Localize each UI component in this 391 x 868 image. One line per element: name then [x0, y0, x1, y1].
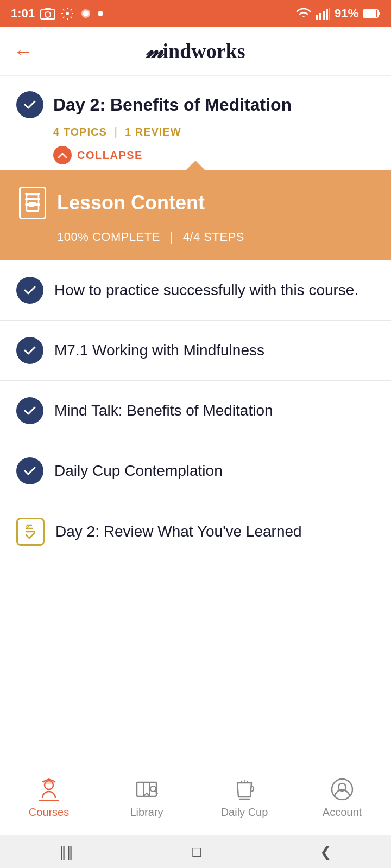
app-logo: 𝓂indworks — [146, 39, 245, 63]
day-complete-icon — [16, 91, 43, 118]
nav-courses[interactable]: Courses — [0, 777, 98, 819]
daily-cup-label: Daily Cup — [221, 806, 268, 819]
collapse-icon — [53, 146, 72, 164]
lesson-item-4[interactable]: Daily Cup Contemplation — [0, 441, 391, 501]
svg-rect-12 — [364, 10, 376, 17]
svg-point-23 — [42, 780, 55, 784]
svg-rect-9 — [326, 9, 328, 20]
status-bar: 1:01 91% — [0, 0, 391, 27]
svg-rect-7 — [319, 13, 321, 20]
item-1-text: How to practice successfully with this c… — [54, 279, 358, 301]
item-4-text: Daily Cup Contemplation — [54, 460, 223, 481]
lesson-banner: Lesson Content 100% COMPLETE | 4/4 STEPS — [0, 170, 391, 260]
day-header: Day 2: Benefits of Meditation 4 TOPICS |… — [0, 76, 391, 170]
review-icon: ✕ — [16, 518, 45, 546]
photo-icon — [40, 8, 55, 20]
battery-icon — [363, 9, 380, 18]
svg-point-3 — [66, 12, 69, 15]
lesson-item-3[interactable]: Mind Talk: Benefits of Meditation — [0, 381, 391, 441]
svg-rect-6 — [316, 15, 318, 20]
courses-label: Courses — [29, 806, 69, 819]
logo-m: 𝓂 — [146, 39, 162, 63]
svg-point-5 — [83, 11, 89, 16]
nav-library[interactable]: Library — [98, 777, 195, 819]
back-button[interactable]: ← — [14, 40, 33, 63]
day-title: Day 2: Benefits of Meditation — [53, 94, 292, 115]
main-content: Day 2: Benefits of Meditation 4 TOPICS |… — [0, 76, 391, 765]
daily-cup-icon — [230, 777, 258, 802]
svg-rect-25 — [137, 782, 156, 796]
day-title-row: Day 2: Benefits of Meditation — [16, 91, 375, 118]
item-5-text: Day 2: Review What You've Learned — [55, 521, 302, 542]
lesson-item-5[interactable]: ✕ Day 2: Review What You've Learned — [0, 501, 391, 562]
lesson-title: Lesson Content — [57, 192, 205, 214]
wifi-icon — [295, 8, 312, 20]
item-3-check — [16, 397, 43, 424]
lesson-progress: 100% COMPLETE | 4/4 STEPS — [19, 230, 372, 244]
svg-point-1 — [45, 12, 51, 17]
item-1-check — [16, 277, 43, 304]
svg-rect-13 — [379, 12, 380, 15]
lesson-item-2[interactable]: M7.1 Working with Mindfulness — [0, 321, 391, 381]
battery-text: 91% — [335, 7, 358, 21]
lesson-content-icon — [19, 187, 46, 219]
library-label: Library — [130, 806, 163, 819]
lesson-title-row: Lesson Content — [19, 187, 372, 219]
status-left: 1:01 — [11, 7, 103, 21]
item-2-check — [16, 337, 43, 364]
topics-count: 4 TOPICS — [53, 126, 107, 138]
meta-divider: | — [115, 126, 117, 138]
status-time: 1:01 — [11, 7, 35, 21]
svg-rect-8 — [323, 11, 325, 20]
svg-text:✕: ✕ — [25, 525, 29, 531]
settings-icon — [61, 7, 74, 20]
account-label: Account — [323, 806, 362, 819]
status-right: 91% — [295, 7, 380, 21]
android-back-btn[interactable]: ❮ — [320, 844, 332, 860]
library-icon — [133, 777, 161, 802]
lesson-item-1[interactable]: How to practice successfully with this c… — [0, 260, 391, 321]
notification-dot — [98, 11, 103, 16]
svg-rect-2 — [45, 8, 51, 10]
complete-text: 100% COMPLETE — [57, 230, 160, 244]
item-2-text: M7.1 Working with Mindfulness — [54, 340, 264, 361]
lesson-list: How to practice successfully with this c… — [0, 260, 391, 562]
steps-text: 4/4 STEPS — [183, 230, 244, 244]
svg-marker-26 — [143, 782, 150, 796]
android-menu-btn[interactable]: ‖‖ — [59, 844, 73, 860]
account-icon — [328, 777, 356, 802]
android-home-btn[interactable]: □ — [192, 844, 201, 860]
progress-divider: | — [170, 230, 173, 244]
item-4-check — [16, 457, 43, 484]
signal-icon — [316, 8, 330, 20]
nav-daily-cup[interactable]: Daily Cup — [195, 777, 293, 819]
android-nav: ‖‖ □ ❮ — [0, 835, 391, 868]
day-meta: 4 TOPICS | 1 REVIEW — [16, 126, 375, 138]
svg-rect-10 — [329, 8, 330, 20]
brightness-icon — [79, 7, 92, 20]
bottom-nav: Courses Library Daily Cup — [0, 765, 391, 835]
courses-icon — [35, 777, 63, 802]
collapse-label: COLLAPSE — [77, 149, 143, 162]
review-count: 1 REVIEW — [125, 126, 181, 138]
app-header: ← 𝓂indworks — [0, 27, 391, 76]
nav-account[interactable]: Account — [293, 777, 391, 819]
item-3-text: Mind Talk: Benefits of Meditation — [54, 400, 273, 421]
